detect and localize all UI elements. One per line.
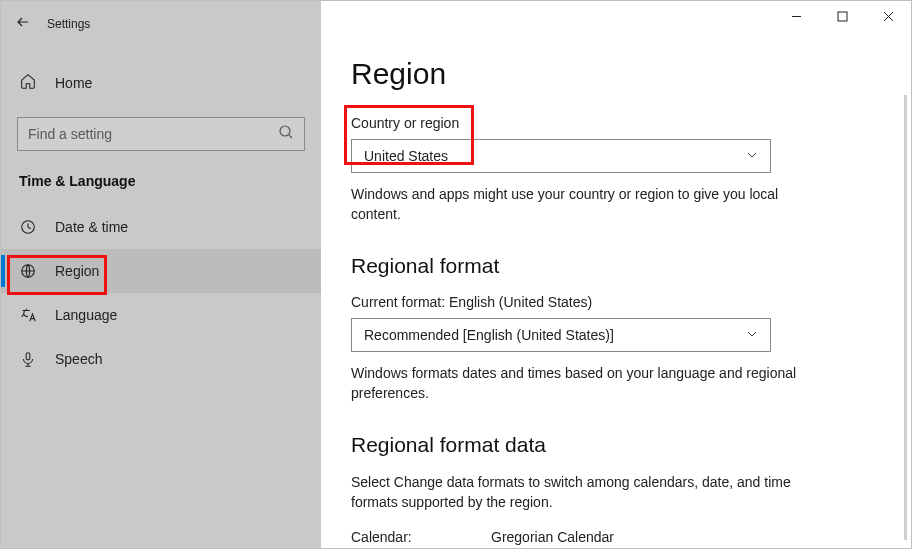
content-area: Region Country or region United States W… xyxy=(321,1,911,548)
main-pane: Region Country or region United States W… xyxy=(321,1,911,548)
data-description: Select Change data formats to switch amo… xyxy=(351,473,811,512)
section-title: Time & Language xyxy=(1,151,321,205)
window-title: Settings xyxy=(47,17,90,31)
nav-speech[interactable]: Speech xyxy=(1,337,321,381)
search-input[interactable] xyxy=(28,126,278,142)
chevron-down-icon xyxy=(746,326,758,344)
titlebar: Settings xyxy=(1,7,321,41)
data-heading: Regional format data xyxy=(351,433,877,457)
language-icon xyxy=(19,306,37,324)
globe-icon xyxy=(19,262,37,280)
minimize-button[interactable] xyxy=(773,1,819,31)
microphone-icon xyxy=(19,350,37,368)
country-value: United States xyxy=(364,148,448,164)
clock-icon xyxy=(19,218,37,236)
format-description: Windows formats dates and times based on… xyxy=(351,364,811,403)
svg-point-0 xyxy=(280,126,290,136)
svg-rect-4 xyxy=(838,12,847,21)
nav-label: Speech xyxy=(55,351,102,367)
chevron-down-icon xyxy=(746,147,758,165)
close-button[interactable] xyxy=(865,1,911,31)
format-value: Recommended [English (United States)] xyxy=(364,327,614,343)
window-controls xyxy=(773,1,911,31)
nav-date-time[interactable]: Date & time xyxy=(1,205,321,249)
page-heading: Region xyxy=(351,57,877,91)
format-heading: Regional format xyxy=(351,254,877,278)
calendar-value: Gregorian Calendar xyxy=(491,529,614,545)
country-label: Country or region xyxy=(351,115,877,131)
format-dropdown[interactable]: Recommended [English (United States)] xyxy=(351,318,771,352)
home-label: Home xyxy=(55,75,92,91)
scrollbar[interactable] xyxy=(904,95,907,540)
country-description: Windows and apps might use your country … xyxy=(351,185,811,224)
nav-region[interactable]: Region xyxy=(1,249,321,293)
current-format-label: Current format: English (United States) xyxy=(351,294,877,310)
sidebar: Settings Home Time & Language Date & tim… xyxy=(1,1,321,548)
home-nav[interactable]: Home xyxy=(1,63,321,103)
calendar-row: Calendar: Gregorian Calendar xyxy=(351,529,877,545)
nav-label: Date & time xyxy=(55,219,128,235)
nav-language[interactable]: Language xyxy=(1,293,321,337)
maximize-button[interactable] xyxy=(819,1,865,31)
search-box[interactable] xyxy=(17,117,305,151)
country-dropdown[interactable]: United States xyxy=(351,139,771,173)
svg-rect-3 xyxy=(26,353,30,360)
calendar-label: Calendar: xyxy=(351,529,491,545)
nav-label: Region xyxy=(55,263,99,279)
back-button[interactable] xyxy=(15,14,31,34)
search-icon xyxy=(278,124,294,144)
home-icon xyxy=(19,72,37,94)
nav-label: Language xyxy=(55,307,117,323)
settings-window: Settings Home Time & Language Date & tim… xyxy=(0,0,912,549)
